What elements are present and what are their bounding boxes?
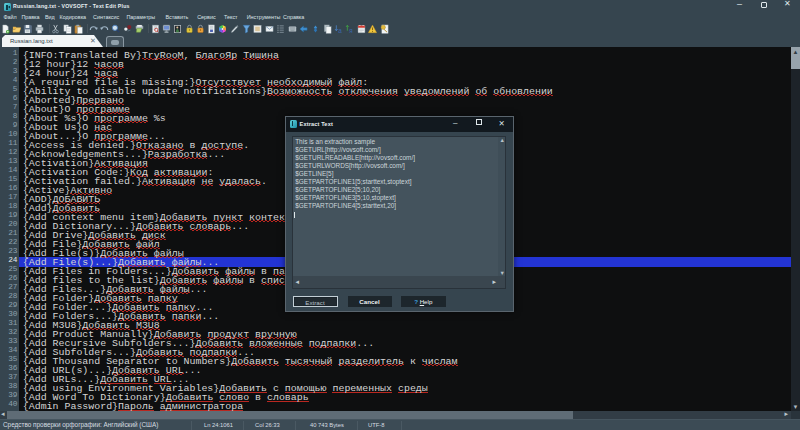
svg-text:a: a — [338, 26, 342, 33]
svg-text:я: я — [350, 26, 353, 33]
